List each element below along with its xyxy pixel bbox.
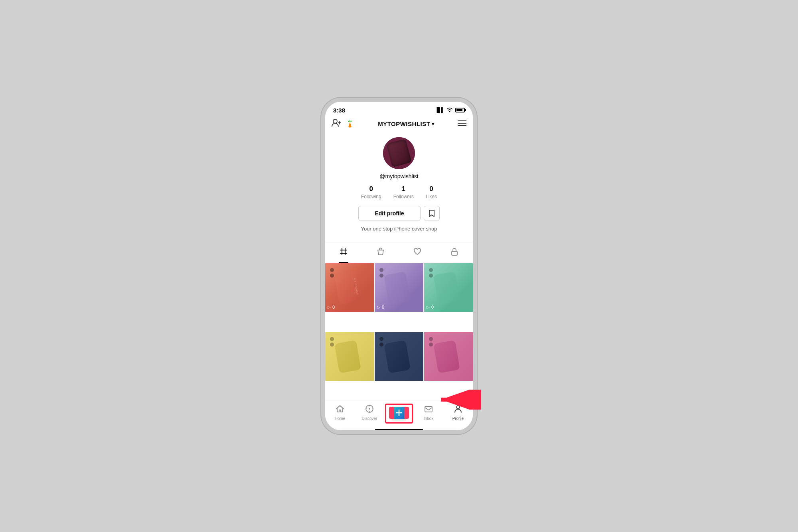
shop-bag-icon: [376, 247, 385, 258]
followers-label: Followers: [393, 194, 414, 199]
grid-icon: [339, 247, 348, 258]
svg-rect-8: [389, 140, 407, 162]
following-count: 0: [369, 185, 373, 193]
discover-label: Discover: [362, 416, 377, 421]
bookmark-button[interactable]: [424, 206, 440, 221]
grid-item-views: ▷ 0: [377, 305, 384, 309]
following-stat[interactable]: 0 Following: [361, 185, 381, 199]
add-user-icon[interactable]: [332, 118, 341, 129]
heart-icon: [413, 247, 422, 258]
inbox-icon: [424, 404, 433, 416]
svg-rect-26: [425, 406, 432, 412]
view-count: 0: [332, 305, 335, 309]
discover-icon: [365, 404, 374, 416]
grid-item-views: ▷ 0: [427, 305, 434, 309]
grid-item[interactable]: ▷ 0: [325, 263, 374, 312]
likes-stat[interactable]: 0 Likes: [426, 185, 437, 199]
phone-frame: 3:38 ▐▌▌: [321, 98, 477, 434]
carrot-logo-icon: [345, 119, 355, 129]
bottom-nav: Home Discover: [325, 400, 473, 429]
grid-item[interactable]: ▷ 0: [424, 263, 473, 312]
home-icon: [336, 404, 344, 416]
create-button-container: [384, 407, 414, 419]
play-icon: ▷: [377, 305, 380, 309]
grid-item-views: ▷ 0: [328, 305, 335, 309]
inbox-label: Inbox: [424, 416, 433, 421]
dropdown-chevron[interactable]: ▾: [432, 121, 435, 127]
status-icons: ▐▌▌: [435, 106, 465, 114]
profile-icon: [454, 404, 462, 416]
nav-item-home[interactable]: Home: [325, 403, 355, 422]
followers-count: 1: [402, 185, 405, 193]
phone-screen: 3:38 ▐▌▌: [325, 102, 473, 430]
page-title: MYTOPWISHLIST ▾: [355, 120, 458, 127]
stats-row: 0 Following 1 Followers 0 Likes: [361, 185, 437, 199]
content-tabs: [325, 242, 473, 263]
svg-point-11: [396, 145, 398, 147]
grid-item[interactable]: [375, 332, 423, 381]
svg-rect-17: [452, 251, 457, 255]
avatar: [383, 137, 415, 169]
svg-point-0: [333, 119, 337, 123]
grid-item[interactable]: [325, 332, 374, 381]
title-text: MYTOPWISHLIST: [378, 120, 430, 127]
create-button[interactable]: [390, 407, 408, 419]
play-icon: ▷: [328, 305, 331, 309]
profile-buttons: Edit profile: [358, 206, 439, 221]
view-count: 0: [382, 305, 384, 309]
view-count: 0: [431, 305, 434, 309]
profile-label: Profile: [452, 416, 464, 421]
svg-rect-12: [398, 146, 408, 160]
likes-count: 0: [429, 185, 433, 193]
top-nav: MYTOPWISHLIST ▾: [325, 116, 473, 132]
play-icon: ▷: [427, 305, 430, 309]
battery-icon: [455, 108, 465, 112]
username-label: @mytopwishlist: [379, 173, 418, 179]
lock-icon: [450, 247, 459, 258]
status-bar: 3:38 ▐▌▌: [325, 102, 473, 116]
svg-point-19: [369, 408, 370, 410]
svg-point-9: [391, 144, 395, 148]
svg-point-27: [456, 406, 460, 409]
wifi-icon: [446, 106, 453, 114]
nav-item-profile[interactable]: Profile: [443, 403, 473, 422]
signal-icon: ▐▌▌: [435, 107, 444, 113]
likes-label: Likes: [426, 194, 437, 199]
nav-left-icons: [332, 118, 355, 129]
home-label: Home: [335, 416, 346, 421]
content-grid: ▷ 0: [325, 263, 473, 400]
nav-item-inbox[interactable]: Inbox: [414, 403, 443, 422]
tab-lock[interactable]: [436, 242, 473, 263]
tab-grid[interactable]: [325, 242, 362, 263]
grid-item[interactable]: [424, 332, 473, 381]
menu-icon[interactable]: [458, 119, 466, 128]
following-label: Following: [361, 194, 381, 199]
tab-shop[interactable]: [362, 242, 399, 263]
status-time: 3:38: [333, 107, 345, 114]
svg-rect-7: [383, 137, 415, 169]
svg-point-10: [391, 148, 395, 152]
followers-stat[interactable]: 1 Followers: [393, 185, 414, 199]
tab-likes[interactable]: [399, 242, 436, 263]
bio-text: Your one stop iPhone cover shop: [361, 226, 437, 232]
profile-section: @mytopwishlist 0 Following 1 Followers 0…: [325, 132, 473, 242]
nav-item-discover[interactable]: Discover: [355, 403, 384, 422]
grid-item[interactable]: ▷ 0: [375, 263, 423, 312]
edit-profile-button[interactable]: Edit profile: [358, 206, 420, 221]
